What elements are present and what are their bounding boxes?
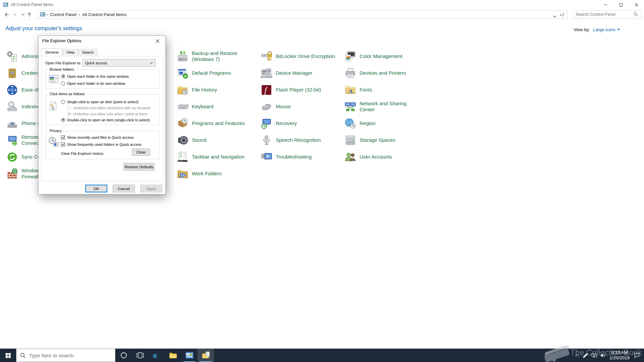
option-label: Show frequently used folders in Quick ac… [67,142,142,146]
radio-control[interactable] [61,81,65,85]
item-bitlocker[interactable]: BitLocker Drive Encryption [260,48,335,65]
item-network-sharing[interactable]: Network and SharingCenter [344,98,407,115]
item-backup-restore[interactable]: Backup and Restore(Windows 7) [176,48,237,65]
item-label: Flash Player (32-bit) [276,87,321,93]
network-tray-icon[interactable] [590,349,598,362]
browse-folders-icon [48,74,59,84]
item-color-management[interactable]: Color Management [344,48,402,65]
task-view-button[interactable] [132,349,148,362]
item-taskbar-navigation[interactable]: Taskbar and Navigation [176,148,245,165]
hidden-icons-button[interactable] [572,349,581,362]
item-programs-features[interactable]: Programs and Features [176,115,245,132]
taskbar-navigation-icon [176,151,189,163]
item-default-programs[interactable]: Default Programs [176,65,231,81]
item-recovery[interactable]: Recovery [260,115,297,132]
item-devices-printers[interactable]: Devices and Printers [344,65,406,81]
search-input[interactable] [573,12,634,17]
tab-search[interactable]: Search [78,49,98,56]
restore-defaults-button[interactable]: Restore Defaults [123,163,155,171]
item-speech-recognition[interactable]: Speech Recognition [260,132,321,148]
start-button[interactable] [0,349,16,362]
edge-button[interactable]: e [148,349,165,362]
clear-history-label: Clear File Explorer history [61,152,104,156]
item-user-accounts[interactable]: User Accounts [344,148,392,165]
open-file-explorer-select[interactable]: Quick access [83,59,156,67]
default-programs-icon [176,67,189,79]
volume-tray-icon[interactable] [598,349,607,362]
search-box[interactable] [573,10,641,18]
toolbar: ›Control Panel›All Control Panel Items [0,9,644,19]
taskbar-clock[interactable]: 9:23 AM 1/20/2019 [607,350,632,361]
view-by: View by: Large icons [574,27,620,32]
item-device-manager[interactable]: Device Manager [260,65,312,81]
radio-control[interactable] [61,100,65,104]
breadcrumb-item-all-control-panel-items[interactable]: All Control Panel Items [80,12,128,17]
breadcrumb-item-control-panel[interactable]: Control Panel [48,12,78,17]
radio-open-each-folder-in-the-same-window[interactable]: Open each folder in the same window [61,74,129,79]
view-by-selector[interactable]: Large icons [593,27,620,32]
option-label: Single-click to open an item (point to s… [67,100,139,104]
back-button[interactable] [3,11,10,18]
tab-view[interactable]: View [63,49,78,56]
click-items-group: Click items as follows Single-click to o… [45,94,159,125]
address-dropdown-icon[interactable] [553,13,556,16]
option-label: Show recently used files in Quick access [67,135,134,139]
item-keyboard[interactable]: Keyboard [176,98,213,115]
programs-features-icon [176,117,189,130]
pen-tray-icon[interactable] [581,349,590,362]
cancel-button[interactable]: Cancel [113,185,135,192]
checkbox-show-recently-used-files-in-quick-access[interactable]: Show recently used files in Quick access [61,135,134,140]
cortana-button[interactable] [115,349,132,362]
up-button[interactable] [25,11,33,18]
radio-single-click-to-open-an-item-point-to-select[interactable]: Single-click to open an item (point to s… [61,99,139,104]
item-file-history[interactable]: File History [176,81,217,98]
defender-firewall-icon [6,168,18,180]
radio-control[interactable] [61,118,65,122]
item-label: Storage Spaces [360,137,395,143]
dialog-close-button[interactable] [150,36,165,46]
search-icon[interactable] [634,12,638,17]
close-button[interactable] [629,0,644,9]
checkbox-show-frequently-used-folders-in-quick-access[interactable]: Show frequently used folders in Quick ac… [61,142,142,147]
control-panel-button[interactable] [181,349,198,362]
item-fonts[interactable]: AFonts [344,81,372,98]
item-label: Speech Recognition [276,137,321,143]
flash-player-icon: f [260,84,273,96]
file-history-icon [176,84,189,96]
item-sound[interactable]: Sound [176,132,206,148]
item-storage-spaces[interactable]: Storage Spaces [344,132,395,148]
general-tab-page: Open File Explorer to: Quick access Brow… [41,56,163,181]
tab-general[interactable]: General [41,48,62,56]
taskbar-search-input[interactable] [29,353,111,358]
radio-open-each-folder-in-its-own-window[interactable]: Open each folder in its own window [61,81,125,86]
item-mouse[interactable]: Mouse [260,98,291,115]
taskbar-search-box[interactable] [16,349,115,362]
privacy-legend: Privacy [48,129,63,133]
radio-double-click-to-open-an-item-single-click-to-sel[interactable]: Double-click to open an item (single-cli… [61,117,150,122]
speech-recognition-icon [260,134,273,146]
radio-control[interactable] [61,74,65,78]
forward-button[interactable] [11,11,18,18]
checkbox-control[interactable] [61,135,65,139]
volume-icon [600,352,606,359]
option-label: Underline icon titles only when I point … [73,112,147,116]
breadcrumb: ›Control Panel›All Control Panel Items [46,11,128,17]
item-troubleshooting[interactable]: Troubleshooting [260,148,312,165]
address-bar[interactable]: ›Control Panel›All Control Panel Items [37,10,568,18]
file-explorer-options-button[interactable] [198,349,214,362]
indexing-options-icon [6,101,18,113]
maximize-button[interactable] [613,0,629,9]
item-flash-player[interactable]: fFlash Player (32-bit) [260,81,321,98]
apply-button[interactable]: Apply [140,185,162,192]
file-explorer-button[interactable] [165,349,181,362]
item-work-folders[interactable]: Work Folders [176,165,222,182]
devices-printers-icon [344,67,357,79]
item-region[interactable]: Region [344,115,376,132]
clear-button[interactable]: Clear [132,148,150,156]
ok-button[interactable]: OK [85,185,107,192]
action-center-button[interactable] [632,349,642,362]
refresh-icon[interactable] [560,12,565,17]
view-by-label: View by: [574,27,590,32]
minimize-button[interactable] [598,0,613,9]
checkbox-control[interactable] [61,142,65,146]
